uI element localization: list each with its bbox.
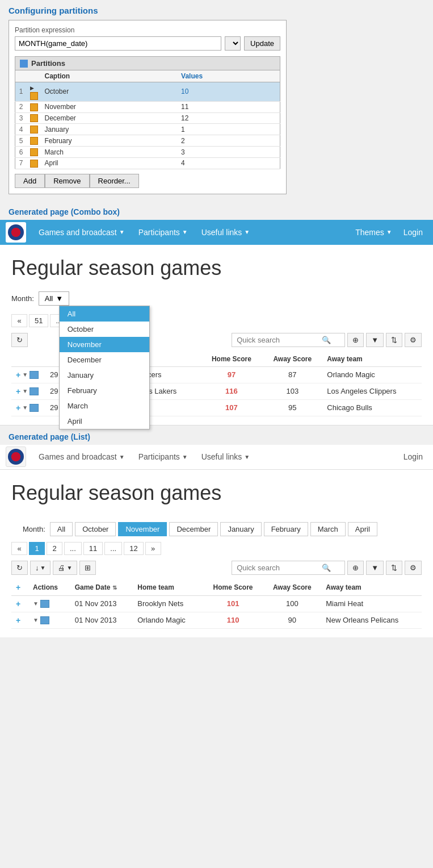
- expand-row-btn[interactable]: ▼: [22, 372, 28, 378]
- expand-row-btn[interactable]: ▼: [22, 404, 28, 411]
- expand-row-btn[interactable]: ▼: [22, 388, 28, 394]
- update-button[interactable]: Update: [244, 36, 280, 51]
- row-away-score: 95: [262, 399, 322, 416]
- reorder-button[interactable]: Reorder...: [90, 174, 139, 188]
- expand-row-list-btn[interactable]: ▼: [33, 600, 39, 607]
- month-tabs-container: Month: All October November December Jan…: [11, 516, 422, 542]
- filter-btn-combo[interactable]: ▼: [366, 333, 384, 347]
- dropdown-option-all[interactable]: All: [60, 306, 149, 322]
- settings-btn-combo[interactable]: ⚙: [405, 333, 422, 347]
- nba-brand: [6, 222, 26, 243]
- row-expand: [27, 124, 41, 135]
- row-away-score: 103: [262, 383, 322, 399]
- search-input-combo[interactable]: [237, 336, 322, 344]
- nav-useful-links[interactable]: Useful links ▼: [195, 220, 257, 245]
- partition-expr-input[interactable]: [15, 36, 221, 51]
- nav-themes[interactable]: Themes ▼: [348, 220, 398, 245]
- nav-participants[interactable]: Participants ▼: [132, 220, 195, 245]
- add-row-btn[interactable]: +: [16, 387, 20, 396]
- action-icon-list[interactable]: [40, 600, 49, 608]
- remove-button[interactable]: Remove: [45, 174, 89, 188]
- search-box-list: 🔍: [232, 561, 345, 575]
- month-filter-combo: Month: All ▼ All October November Decemb…: [11, 291, 422, 306]
- row-caption: October: [41, 82, 178, 102]
- dropdown-option-february[interactable]: February: [60, 383, 149, 398]
- partition-row[interactable]: 6 March 3: [15, 147, 280, 158]
- refresh-btn-list[interactable]: ↻: [11, 561, 28, 575]
- add-row-list-btn[interactable]: +: [16, 616, 20, 625]
- sort-btn-list[interactable]: ⇅: [386, 561, 402, 575]
- nav-participants-list[interactable]: Participants ▼: [132, 444, 195, 469]
- rss-btn-list[interactable]: ⊞: [79, 561, 96, 575]
- tab-december[interactable]: December: [169, 522, 218, 536]
- nav-games-broadcast[interactable]: Games and broadcast ▼: [32, 220, 132, 245]
- add-row-btn[interactable]: +: [16, 370, 20, 379]
- partition-row[interactable]: 1 ▶ October 10: [15, 82, 280, 102]
- zoom-btn-combo[interactable]: ⊕: [347, 333, 364, 347]
- tab-march[interactable]: March: [310, 522, 346, 536]
- themes-arrow-icon: ▼: [386, 229, 392, 235]
- add-row-list-btn[interactable]: +: [16, 599, 20, 608]
- partition-row[interactable]: 3 December 12: [15, 112, 280, 124]
- page-11-btn[interactable]: 11: [83, 542, 103, 555]
- generated-combo-label: Generated page (Combo box): [0, 203, 433, 220]
- prev-page-btn[interactable]: «: [11, 314, 27, 327]
- add-row-btn[interactable]: +: [16, 403, 20, 412]
- prev-page-list-btn[interactable]: «: [11, 542, 27, 555]
- partition-row[interactable]: 7 April 4: [15, 157, 280, 169]
- add-button[interactable]: Add: [15, 174, 45, 188]
- row-color-icon: [30, 92, 38, 100]
- row-values: 10: [178, 82, 280, 102]
- dropdown-option-march[interactable]: March: [60, 398, 149, 414]
- tab-january[interactable]: January: [220, 522, 261, 536]
- dropdown-option-november[interactable]: November: [60, 337, 149, 352]
- page-51-btn[interactable]: 51: [29, 314, 48, 327]
- dropdown-option-january[interactable]: January: [60, 368, 149, 383]
- export-btn-list[interactable]: ↓ ▼: [30, 561, 51, 575]
- page-1-btn[interactable]: 1: [29, 542, 45, 555]
- month-dropdown-btn[interactable]: All ▼: [39, 291, 69, 306]
- partition-row[interactable]: 5 February 2: [15, 135, 280, 147]
- nav-useful-links-list[interactable]: Useful links ▼: [195, 444, 257, 469]
- page-2-btn[interactable]: 2: [47, 542, 62, 555]
- action-icon-list[interactable]: [40, 616, 49, 624]
- row-home-score-list: 110: [203, 612, 263, 628]
- caption-header: Caption: [41, 70, 178, 82]
- tab-february[interactable]: February: [264, 522, 308, 536]
- expand-row-list-btn[interactable]: ▼: [33, 617, 39, 623]
- action-icon[interactable]: [30, 371, 39, 379]
- row-expand: [27, 157, 41, 169]
- row-expand: [27, 112, 41, 124]
- dropdown-option-december[interactable]: December: [60, 352, 149, 368]
- row-num: 6: [15, 147, 27, 158]
- nav-login[interactable]: Login: [399, 228, 427, 237]
- tab-november[interactable]: November: [118, 522, 167, 536]
- search-input-list[interactable]: [237, 564, 322, 572]
- dropdown-option-october[interactable]: October: [60, 322, 149, 337]
- add-icon-list[interactable]: +: [16, 583, 20, 592]
- next-page-list-btn[interactable]: »: [145, 542, 161, 555]
- partition-row[interactable]: 4 January 1: [15, 124, 280, 135]
- page-12-btn[interactable]: 12: [124, 542, 143, 555]
- zoom-btn-list[interactable]: ⊕: [347, 561, 364, 575]
- partition-expr-select[interactable]: [225, 36, 241, 51]
- th-home-score-combo: Home Score: [201, 352, 263, 367]
- action-icon[interactable]: [30, 404, 39, 412]
- th-home-team-list: Home team: [133, 579, 203, 596]
- dropdown-option-april[interactable]: April: [60, 414, 149, 429]
- settings-btn-list[interactable]: ⚙: [405, 561, 422, 575]
- useful-links-arrow-icon: ▼: [244, 229, 250, 235]
- print-btn-list[interactable]: 🖨 ▼: [53, 561, 77, 575]
- tab-all[interactable]: All: [50, 522, 73, 536]
- partition-row[interactable]: 2 November 11: [15, 101, 280, 112]
- action-icon[interactable]: [30, 387, 39, 395]
- tab-october[interactable]: October: [75, 522, 116, 536]
- nav-games-list[interactable]: Games and broadcast ▼: [32, 444, 132, 469]
- nav-login-list[interactable]: Login: [399, 452, 427, 461]
- tab-april[interactable]: April: [348, 522, 377, 536]
- refresh-btn-combo[interactable]: ↻: [11, 333, 28, 347]
- sort-date-icon[interactable]: ⇅: [112, 585, 117, 591]
- sort-btn-combo[interactable]: ⇅: [386, 333, 402, 347]
- participants-arrow-icon: ▼: [182, 229, 188, 235]
- filter-btn-list[interactable]: ▼: [366, 561, 384, 575]
